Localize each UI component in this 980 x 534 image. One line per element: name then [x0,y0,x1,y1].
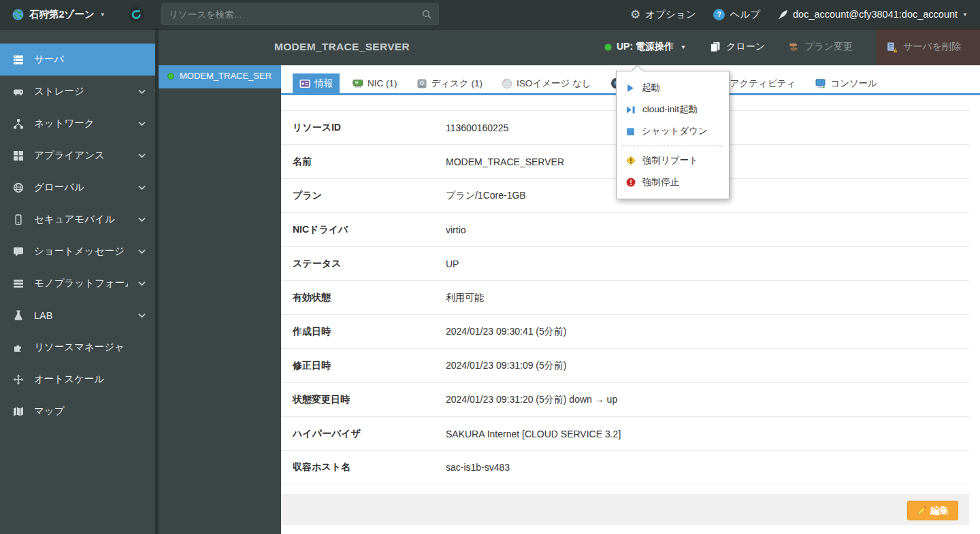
chevron-down-icon [138,313,146,318]
tab-iso[interactable]: ISOイメージ なし [495,73,598,93]
plan-change-button[interactable]: プラン変更 [788,29,853,65]
sidebar-item-server[interactable]: サーバ [0,44,155,76]
tab-disk[interactable]: ディスク (1) [410,73,490,93]
feather-icon [778,10,788,20]
play-icon [626,84,635,93]
help-button[interactable]: ? ヘルプ [713,8,760,21]
storage-icon [13,86,24,97]
search-input[interactable] [169,10,422,20]
options-label: オプション [645,8,696,21]
menu-item-force-stop[interactable]: 強制停止 [617,171,729,193]
help-label: ヘルプ [730,8,760,21]
lines-icon [13,278,24,289]
signpost-icon [788,41,799,52]
tab-nic[interactable]: NIC (1) [345,73,404,93]
menu-item-start[interactable]: 起動 [617,77,729,99]
search-icon [422,10,431,19]
sidebar-item-network[interactable]: ネットワーク [0,107,155,139]
chevron-down-icon: ▼ [100,12,105,18]
sidebar-item-global[interactable]: グローバル [0,171,155,203]
mobile-icon [13,214,24,225]
clone-button[interactable]: クローン [710,29,765,65]
menu-divider [622,146,723,146]
tab-console[interactable]: コンソール [808,73,884,93]
chevron-down-icon [138,281,146,286]
server-icon [13,54,24,65]
table-row: 作成日時2024/01/23 09:30:41 (5分前) [281,314,969,348]
menu-item-cloud-init-start[interactable]: cloud-init起動 [617,99,729,120]
account-menu[interactable]: doc_account@cfy38041:doc_account ▼ [778,9,968,20]
play-bar-icon [626,105,636,114]
row-value: sac-is1b-sv483 [446,462,510,473]
sidebar-item-map[interactable]: マップ [0,395,155,427]
zone-selector[interactable]: 石狩第2ゾーン ▼ [12,0,105,29]
nic-chip-icon [352,78,363,88]
sidebar-item-storage[interactable]: ストレージ [0,76,155,107]
warning-diamond-icon [626,156,636,165]
blue-square-icon [626,127,635,136]
row-value: 113600160225 [446,122,508,133]
account-label: doc_account@cfy38041:doc_account [793,9,958,20]
puzzle-icon [13,342,24,353]
tab-label: ディスク (1) [431,78,483,90]
row-label: 収容ホスト名 [293,461,446,473]
sidebar-item-secure-mobile[interactable]: セキュアモバイル [0,203,155,235]
row-value: 利用可能 [446,292,484,304]
edit-button[interactable]: 編集 [907,501,958,520]
pencil-icon [917,506,926,516]
chevron-down-icon: ▼ [962,12,968,18]
status-up-dot [605,44,611,50]
chat-bubble-icon [13,246,24,257]
chevron-down-icon [138,121,146,127]
sidebar-item-lab[interactable]: LAB [0,299,155,331]
sidebar-item-label: ショートメッセージ [34,245,128,258]
tab-label: NIC (1) [368,78,397,88]
appliance-grid-icon [13,150,24,161]
copy-icon [710,41,721,52]
edit-label: 編集 [930,505,949,517]
gear-icon: ⚙ [630,9,640,20]
refresh-button[interactable] [128,7,144,23]
network-icon [13,118,24,129]
search-box [161,3,439,25]
row-value: SAKURA Internet [CLOUD SERVICE 3.2] [446,429,621,439]
row-label: 状態変更日時 [293,394,446,406]
sidebar-item-short-message[interactable]: ショートメッセージ [0,235,155,267]
table-row: 修正日時2024/01/23 09:31:09 (5分前) [281,348,969,382]
menu-item-shutdown[interactable]: シャットダウン [617,120,729,142]
sidebar-item-mono-platform[interactable]: モノプラットフォーム [0,267,155,299]
sidebar-item-resource-manager[interactable]: リソースマネージャ [0,331,155,363]
monitor-icon [815,78,826,89]
tab-label: 情報 [314,78,333,90]
row-label: リソースID [293,122,446,134]
sidebar-item-appliance[interactable]: アプライアンス [0,139,155,171]
tab-activity[interactable]: アクティビティ [723,73,803,93]
menu-item-force-reboot[interactable]: 強制リブート [617,150,729,171]
list-item-server[interactable]: MODEM_TRACE_SER [159,63,281,88]
status-up-dot [167,73,174,80]
row-value: MODEM_TRACE_SERVER [446,156,564,167]
map-icon [13,406,24,417]
info-card-icon [299,79,310,88]
sidebar-item-autoscale[interactable]: オートスケール [0,363,155,395]
row-label: NICドライバ [293,224,446,236]
power-operation-button[interactable]: UP: 電源操作 ▼ [605,29,686,65]
chevron-down-icon [138,185,146,190]
resource-list: MODEM_TRACE_SER [159,29,281,534]
row-value: プラン/1Core-1GB [446,190,526,202]
row-label: 作成日時 [293,326,446,338]
row-value: virtio [446,224,466,235]
sidebar-item-label: ストレージ [34,85,128,98]
delete-server-button[interactable]: サーバを削除 [877,29,980,65]
menu-item-label: cloud-init起動 [642,103,698,116]
row-value: 2024/01/23 09:31:09 (5分前) [446,360,566,372]
page-title: MODEM_TRACE_SERVER [274,29,410,65]
tab-info[interactable]: 情報 [293,73,340,93]
row-label: 有効状態 [293,292,446,304]
tab-label: ISOイメージ なし [517,78,591,90]
clone-label: クローン [726,41,765,53]
options-button[interactable]: ⚙ オプション [630,8,696,21]
table-row: ハイパーバイザSAKURA Internet [CLOUD SERVICE 3.… [281,416,969,450]
sidebar: サーバ ストレージ ネットワーク アプライアンス グローバル セキュアモバイル [0,29,155,534]
row-value: UP [446,258,459,269]
